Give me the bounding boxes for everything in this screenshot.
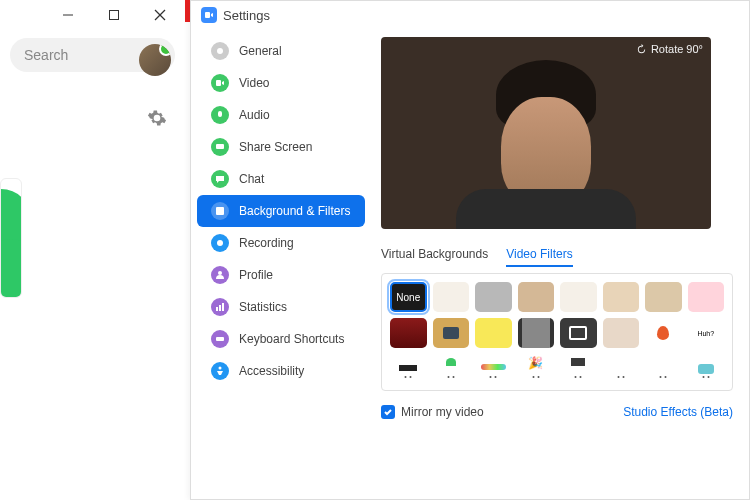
svg-rect-7: [216, 144, 224, 149]
sidebar-item-label: Statistics: [239, 300, 287, 314]
keyboard-icon: [211, 330, 229, 348]
filter-thumbnail[interactable]: [645, 354, 682, 382]
rotate-label: Rotate 90°: [651, 43, 703, 55]
video-preview: Rotate 90°: [381, 37, 711, 229]
sidebar-item-label: Profile: [239, 268, 273, 282]
zoom-app-icon: [201, 7, 217, 23]
filter-thumbnail[interactable]: [433, 354, 470, 382]
rotate-icon: [636, 44, 647, 55]
sidebar-item-label: Accessibility: [239, 364, 304, 378]
sidebar-item-audio[interactable]: Audio: [197, 99, 365, 131]
chat-icon: [211, 170, 229, 188]
checkbox-checked-icon: [381, 405, 395, 419]
settings-title: Settings: [223, 8, 270, 23]
settings-header: Settings: [191, 1, 749, 29]
search-placeholder: Search: [24, 47, 68, 63]
settings-sidebar: General Video Audio Share Screen Chat Ba…: [191, 29, 371, 499]
svg-rect-6: [216, 80, 221, 86]
filter-thumbnail[interactable]: [645, 318, 682, 348]
minimize-button[interactable]: [45, 0, 91, 30]
share-screen-icon: [211, 138, 229, 156]
sidebar-item-label: Share Screen: [239, 140, 312, 154]
tab-virtual-backgrounds[interactable]: Virtual Backgrounds: [381, 247, 488, 267]
filter-thumbnail[interactable]: [603, 354, 640, 382]
sidebar-item-label: Audio: [239, 108, 270, 122]
svg-rect-4: [205, 12, 210, 18]
audio-icon: [211, 106, 229, 124]
mirror-video-label: Mirror my video: [401, 405, 484, 419]
filter-thumbnail[interactable]: [603, 282, 640, 312]
svg-rect-11: [216, 307, 218, 311]
profile-icon: [211, 266, 229, 284]
sidebar-item-video[interactable]: Video: [197, 67, 365, 99]
svg-rect-1: [110, 11, 119, 20]
recording-icon: [211, 234, 229, 252]
general-icon: [211, 42, 229, 60]
settings-gear-icon[interactable]: [147, 108, 167, 132]
svg-point-15: [219, 367, 222, 370]
filter-tabs: Virtual Backgrounds Video Filters: [381, 247, 733, 267]
filter-thumbnail[interactable]: [518, 354, 555, 382]
filter-none[interactable]: None: [390, 282, 427, 312]
filter-thumbnail[interactable]: [603, 318, 640, 348]
filter-thumbnail[interactable]: [390, 354, 427, 382]
filter-thumbnail[interactable]: [518, 318, 555, 348]
filter-thumbnail[interactable]: [475, 354, 512, 382]
sidebar-item-accessibility[interactable]: Accessibility: [197, 355, 365, 387]
sidebar-item-recording[interactable]: Recording: [197, 227, 365, 259]
sidebar-item-keyboard-shortcuts[interactable]: Keyboard Shortcuts: [197, 323, 365, 355]
accessibility-icon: [211, 362, 229, 380]
filter-thumbnail[interactable]: [433, 318, 470, 348]
close-button[interactable]: [137, 0, 183, 30]
filter-thumbnail[interactable]: [518, 282, 555, 312]
sidebar-item-share-screen[interactable]: Share Screen: [197, 131, 365, 163]
filter-thumbnail[interactable]: [560, 318, 597, 348]
background-window: Search: [0, 0, 185, 500]
video-icon: [211, 74, 229, 92]
sidebar-item-profile[interactable]: Profile: [197, 259, 365, 291]
filter-thumbnail[interactable]: [688, 354, 725, 382]
background-filters-icon: [211, 202, 229, 220]
sidebar-item-label: Keyboard Shortcuts: [239, 332, 344, 346]
sidebar-item-chat[interactable]: Chat: [197, 163, 365, 195]
svg-rect-8: [216, 207, 224, 215]
mirror-video-checkbox[interactable]: Mirror my video: [381, 405, 484, 419]
sidebar-item-statistics[interactable]: Statistics: [197, 291, 365, 323]
svg-rect-13: [222, 303, 224, 311]
statistics-icon: [211, 298, 229, 316]
tab-video-filters[interactable]: Video Filters: [506, 247, 572, 267]
rotate-button[interactable]: Rotate 90°: [636, 43, 703, 55]
filter-thumbnail[interactable]: [390, 318, 427, 348]
filter-thumbnail[interactable]: [475, 318, 512, 348]
window-titlebar: [0, 0, 185, 30]
sidebar-item-label: Chat: [239, 172, 264, 186]
filters-container: None Huh?: [381, 273, 733, 391]
svg-point-9: [217, 240, 223, 246]
filter-thumbnail[interactable]: [560, 354, 597, 382]
svg-point-5: [217, 48, 223, 54]
sidebar-item-general[interactable]: General: [197, 35, 365, 67]
studio-effects-link[interactable]: Studio Effects (Beta): [623, 405, 733, 419]
settings-panel: Settings General Video Audio Share Scree…: [190, 0, 750, 500]
svg-rect-12: [219, 305, 221, 311]
filter-thumbnail[interactable]: [475, 282, 512, 312]
maximize-button[interactable]: [91, 0, 137, 30]
sidebar-item-label: Recording: [239, 236, 294, 250]
filter-thumbnail[interactable]: [433, 282, 470, 312]
svg-point-10: [218, 271, 222, 275]
settings-main: Rotate 90° Virtual Backgrounds Video Fil…: [371, 29, 749, 499]
filter-thumbnail[interactable]: [688, 282, 725, 312]
svg-rect-14: [216, 337, 224, 341]
decorative-card: [0, 178, 22, 298]
sidebar-item-background-filters[interactable]: Background & Filters: [197, 195, 365, 227]
filter-thumbnail[interactable]: Huh?: [688, 318, 725, 348]
user-avatar[interactable]: [139, 44, 171, 76]
sidebar-item-label: Background & Filters: [239, 204, 350, 218]
filter-thumbnail[interactable]: [560, 282, 597, 312]
sidebar-item-label: Video: [239, 76, 269, 90]
filter-thumbnail[interactable]: [645, 282, 682, 312]
sidebar-item-label: General: [239, 44, 282, 58]
